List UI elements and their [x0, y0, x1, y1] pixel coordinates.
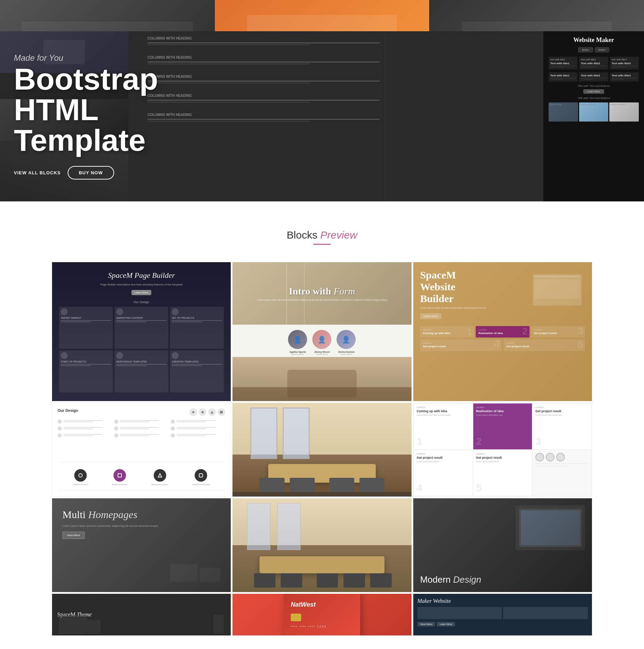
multi-view-more-btn[interactable]: View More: [62, 532, 85, 539]
step-cell-4: LAUNCH Get project result Lorem ipsum de…: [414, 450, 473, 496]
step-cell-5: LAUNCH Get project result Lorem ipsum de…: [473, 450, 532, 496]
intro-meeting-room: [232, 357, 411, 401]
theme-devices: [52, 609, 231, 635]
step-cell-3: LAUNCH Get project result Lorem ipsum de…: [532, 403, 592, 450]
hero-text-block: Made for You Bootstrap HTML Template VIE…: [0, 31, 132, 201]
meeting-table-2: [260, 556, 385, 573]
hero-mid-item-2: Columns with heading: [147, 56, 380, 64]
hero-right-learn-more-btn[interactable]: Learn More: [549, 89, 639, 94]
design-icon-row-1-1: [58, 419, 62, 424]
hero-mid-item-3: Columns with heading: [147, 75, 380, 83]
wb-step-5: LAUNCH Get project result 5: [503, 339, 585, 351]
person-1-role: Lorem ipsum: [288, 353, 307, 355]
spacem-features-grid: TARGET MARKET MARKETING CONTENT SET OF P…: [59, 307, 224, 392]
spacem-cell-3: SET OF PROJECTS: [170, 307, 224, 349]
strip-cell-1: [0, 0, 214, 31]
wm-view-demo-btn[interactable]: View Demo: [417, 622, 435, 626]
design-icon-2: [199, 408, 206, 416]
hero-buttons: VIEW ALL BLOCKS BUY NOW: [14, 166, 121, 180]
hero-right-cell-4: Text with title1: [549, 72, 577, 82]
multi-text: Lorem ipsum dolor sit amet consectetur a…: [62, 524, 220, 528]
card-multi-homepages[interactable]: Multi Homepages Lorem ipsum dolor sit am…: [52, 498, 231, 592]
icon-item-2: About of Product: [112, 469, 128, 485]
blocks-preview-section: Blocks Preview SpaceM Page Builder Page …: [0, 201, 644, 635]
design-icon-4: [218, 408, 225, 416]
card-meeting-room-2[interactable]: [232, 498, 411, 592]
hero-mid-heading-1: Columns with heading: [147, 36, 380, 40]
window-2: [277, 503, 300, 550]
design-row-2-2: [114, 426, 169, 431]
wb-header: SpaceM Website Builder Lorem ipsum dolor…: [420, 269, 585, 324]
hero-mid-item-4: Columns with heading: [147, 94, 380, 102]
circle-icons-row: [535, 453, 588, 461]
intro-people-section: 👤 Agatha Sparta Lorem ipsum 👤 Jimmy Moor…: [232, 325, 411, 357]
spacem-cell-6: CREATIVE TEMPLATES: [170, 350, 224, 392]
svg-rect-5: [118, 474, 121, 477]
design-lines-3-1: [177, 420, 226, 423]
card-spacem-page-builder[interactable]: SpaceM Page Builder Page Builder descrip…: [52, 262, 231, 401]
card-modern-design[interactable]: Modern Design: [413, 498, 592, 592]
design-row-3-2: [171, 426, 226, 431]
multi-devices-decoration: [62, 564, 220, 582]
natwest-card: NatWest •••• •••• •••• 1234: [284, 594, 360, 635]
wm-img-1: [417, 607, 502, 619]
spacem-cell-1: TARGET MARKET: [59, 307, 113, 349]
person-3-name: Gloria Dunlow: [337, 351, 356, 353]
hero-right-images: Retina ready Mobile response McSitter Bu…: [549, 102, 639, 122]
design-icon-row-1-3: [58, 433, 62, 438]
strip-cell-2: [215, 0, 429, 31]
card-spacem-steps[interactable]: LAUNCH Coming up with idea Lorem ipsum t…: [413, 403, 592, 497]
buy-now-button[interactable]: BUY NOW: [68, 166, 114, 180]
icon-label-4: Creative of Product: [192, 483, 210, 485]
step-cell-1: LAUNCH Coming up with idea Lorem ipsum t…: [414, 403, 473, 450]
person-3: 👤 Gloria Dunlow Lorem ipsum: [337, 330, 356, 355]
wb-step-3: LAUNCH Get project result 3: [531, 326, 585, 338]
chair-1: [254, 573, 276, 588]
modern-text: Modern Design: [420, 574, 481, 585]
design-icon-row-2-3: [114, 433, 118, 438]
design-icons-bottom: Table of Product About of Product Market…: [58, 462, 225, 491]
wb-learn-more-btn[interactable]: Learn More: [420, 313, 441, 319]
hero-right-cell-6: Text with title3: [610, 72, 639, 82]
svg-point-4: [79, 474, 82, 477]
svg-rect-7: [199, 474, 203, 477]
preview-grid-row-2: Our Design: [0, 403, 644, 497]
card-website-builder[interactable]: SpaceM Website Builder Lorem ipsum dolor…: [413, 262, 592, 401]
card-our-design[interactable]: Our Design: [52, 403, 231, 497]
spacem-card-btn[interactable]: Learn More: [132, 290, 151, 295]
view-all-blocks-button[interactable]: VIEW ALL BLOCKS: [14, 168, 61, 177]
card-natwest[interactable]: NatWest •••• •••• •••• 1234: [232, 594, 411, 635]
card-meeting-room[interactable]: [232, 403, 411, 497]
step-cell-2: LAUNCH Realisation of idea Lorem ipsum d…: [473, 403, 532, 450]
card-spacem-theme[interactable]: SpaceM Theme: [52, 594, 231, 635]
design-lines-1-1: [63, 420, 112, 423]
preview-grid-row-4: SpaceM Theme NatWest •••• •••• •••• 1234: [0, 594, 644, 635]
step-cell-line2: [535, 466, 567, 466]
icon-circle-2: [113, 469, 126, 482]
person-2-role: Lorem ipsum: [312, 353, 331, 355]
hero-right-img-1: Retina ready: [549, 102, 578, 122]
circle-icon-2: [546, 453, 554, 461]
person-3-role: Lorem ipsum: [337, 353, 356, 355]
card-website-maker-partial[interactable]: Maker Website View Demo Learn More: [413, 594, 592, 635]
hero-right-btn-1[interactable]: Button: [578, 47, 593, 52]
design-col-1: [58, 419, 112, 440]
design-icon-1: [189, 408, 197, 416]
wm-learn-more-btn[interactable]: Learn More: [437, 622, 455, 626]
icon-circle-4: [195, 469, 207, 482]
intro-card-text: Lorem ipsum dolor sit amet consectetur a…: [250, 299, 394, 301]
hero-tagline: Made for You: [14, 53, 121, 63]
hero-mid-heading-3: Columns with heading: [147, 75, 380, 78]
design-icon-3: [208, 408, 216, 416]
hero-section: Made for You Bootstrap HTML Template VIE…: [0, 31, 644, 201]
chair-2: [281, 573, 302, 588]
preview-grid-row-3: Multi Homepages Lorem ipsum dolor sit am…: [0, 498, 644, 592]
hero-right-row-1: free with title1 Text with title1 free w…: [549, 57, 639, 69]
hero-right-btn-2[interactable]: Button: [595, 47, 609, 52]
card-intro-with-form[interactable]: Intro with Form Lorem ipsum dolor sit am…: [232, 262, 411, 401]
design-logo: Our Design: [58, 408, 78, 416]
hero-right-title: Website Maker: [549, 36, 639, 44]
design-lines-3-3: [177, 434, 226, 437]
hero-middle-columns: Columns with heading Columns with headin…: [142, 31, 385, 201]
design-col-3: [171, 419, 226, 440]
